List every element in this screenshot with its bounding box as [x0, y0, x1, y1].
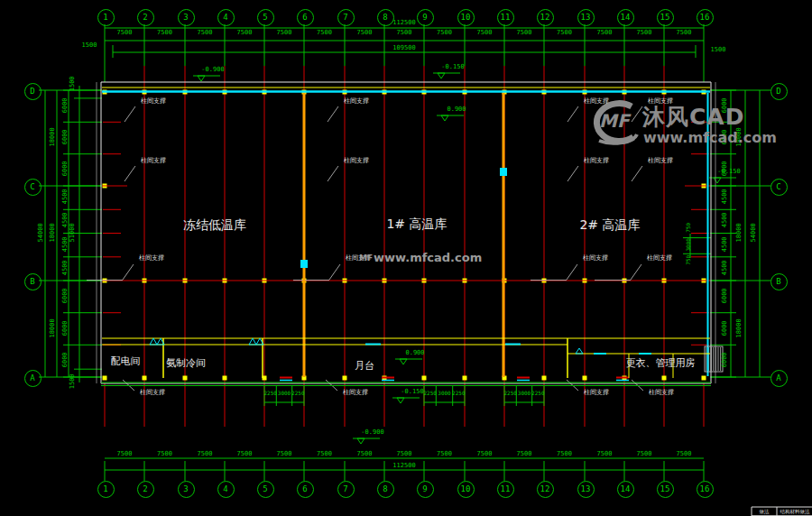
room-label-admin: 更衣、管理用房 [597, 356, 724, 370]
door-swing-icon [150, 338, 157, 345]
title-block-cell-1: 做法 [753, 509, 775, 514]
cad-floor-plan: 1175007500227500750033750075004475007500… [0, 0, 812, 516]
bracing-label: 柱间支撑 [645, 158, 676, 165]
bay-dim-bottom: 7500 [384, 451, 424, 458]
dim-total-height-right: 54000 [751, 213, 758, 253]
grid-bubble-bottom: 4 [217, 481, 235, 498]
column-marker [223, 376, 227, 381]
leader-line [329, 264, 340, 280]
grid-bubble-bottom: 15 [657, 481, 674, 498]
segment-dim-left: 6000 [62, 87, 69, 123]
bracing-label: 柱间支撑 [340, 390, 371, 397]
bay-dim-bottom: 7500 [264, 451, 304, 458]
segment-dim-right: 6000 [722, 278, 729, 314]
bay-dim-top: 7500 [264, 30, 304, 37]
grid-bubble-left: B [24, 273, 42, 290]
leader-line [125, 166, 135, 181]
elevation-text: -0.900 [356, 429, 389, 437]
bay-dim-top: 7500 [624, 30, 664, 37]
elevation-text: -0.150 [713, 169, 745, 176]
elevation-triangle-icon [441, 115, 448, 121]
bay-dim-top: 7500 [504, 30, 544, 37]
span-dim-left: 18000 [50, 119, 57, 155]
dim-total-width-top: 112500 [377, 20, 431, 27]
dim-inner-height-left: 51000 [69, 213, 77, 253]
door-dim: 2250 [288, 391, 308, 397]
grid-bubble-top: 2 [137, 9, 154, 26]
grid-bubble-top: 7 [337, 9, 355, 26]
bay-dim-top: 7500 [225, 30, 264, 37]
column-marker [422, 376, 427, 381]
span-dim-left: 18000 [50, 214, 57, 250]
bay-dim-bottom: 7500 [664, 451, 704, 458]
room-label-high-temp-2: 2# 高温库 [556, 217, 664, 234]
bracing-label: 柱间支撑 [646, 390, 677, 397]
bracing-label: 柱间支撑 [644, 255, 675, 263]
bay-dim-bottom: 7500 [305, 451, 345, 458]
dim-offset-top-left: 1500 [78, 42, 101, 50]
leader-line [567, 106, 578, 122]
watermark-logo-text: MF [599, 110, 630, 132]
watermark-url: www.mfcad.com [643, 129, 777, 146]
segment-dim-left: 6000 [62, 278, 69, 314]
bracing-label: 柱间支撑 [581, 98, 612, 106]
grid-bubble-top: 4 [217, 9, 235, 26]
bay-dim-top: 7500 [664, 30, 704, 37]
watermark-brand: 沐风CAD [642, 102, 744, 132]
bay-dim-bottom: 7500 [185, 451, 225, 458]
bay-dim-bottom: 7500 [465, 451, 504, 458]
bay-dim-top: 7500 [185, 30, 225, 37]
bay-dim-top: 7500 [465, 30, 504, 37]
column-marker [583, 376, 587, 381]
span-dim-left: 18000 [50, 309, 57, 346]
bay-dim-bottom: 7500 [225, 451, 264, 458]
column-marker [542, 376, 547, 381]
segment-dim-left: 6000 [62, 119, 69, 155]
span-dim-right: 18000 [736, 214, 743, 250]
bay-dim-bottom: 7500 [504, 451, 544, 458]
grid-bubble-top: 10 [457, 9, 475, 26]
grid-bubble-top: 14 [617, 9, 634, 26]
room-label-ammonia: 氨制冷间 [141, 356, 231, 370]
grid-bubble-bottom: 14 [617, 481, 634, 498]
door-mark [300, 260, 308, 268]
bracing-label: 柱间支撑 [341, 158, 372, 165]
column-marker [183, 376, 188, 381]
grid-bubble-bottom: 5 [257, 481, 274, 498]
title-block-cell-2: 结构材料做法 [778, 509, 812, 514]
leader-line [123, 264, 134, 280]
door-mark [500, 168, 507, 176]
grid-bubble-bottom: 2 [137, 481, 154, 498]
dim-offset-top-right: 1500 [706, 47, 730, 54]
bracing-label: 柱间支撑 [341, 98, 372, 106]
leader-line [632, 106, 642, 122]
segment-dim-left: 6000 [62, 309, 69, 346]
grid-bubble-bottom: 3 [178, 481, 195, 498]
bracing-label: 柱间支撑 [138, 98, 169, 106]
grid-bubble-left: D [24, 83, 42, 100]
leader-line [328, 166, 338, 181]
bracing-label: 柱间支撑 [136, 255, 167, 263]
bracing-label: 柱间支撑 [581, 158, 612, 165]
room-label-freezer: 冻结低温库 [161, 217, 269, 234]
leader-line [567, 264, 577, 280]
grid-bubble-bottom: 7 [337, 481, 355, 498]
bay-dim-bottom: 7500 [425, 451, 465, 458]
grid-bubble-right: A [770, 370, 788, 387]
bay-dim-bottom: 7500 [624, 451, 664, 458]
elevation-triangle-icon [357, 438, 364, 444]
bay-dim-top: 7500 [305, 30, 345, 37]
segment-dim-left: 6000 [62, 342, 69, 378]
bay-dim-bottom: 7500 [585, 451, 624, 458]
column-marker [343, 376, 347, 381]
bay-dim-top: 7500 [425, 30, 465, 37]
grid-bubble-right: D [770, 83, 788, 100]
door-swing-icon [249, 338, 256, 345]
leader-line [125, 106, 135, 122]
watermark-center-url: www.mfcad.com [374, 251, 482, 264]
segment-dim-right: 6000 [722, 309, 729, 346]
bay-dim-bottom: 7500 [105, 451, 144, 458]
span-dim-right: 18000 [736, 309, 743, 346]
bay-dim-bottom: 7500 [345, 451, 384, 458]
grid-bubble-right: B [770, 273, 788, 290]
